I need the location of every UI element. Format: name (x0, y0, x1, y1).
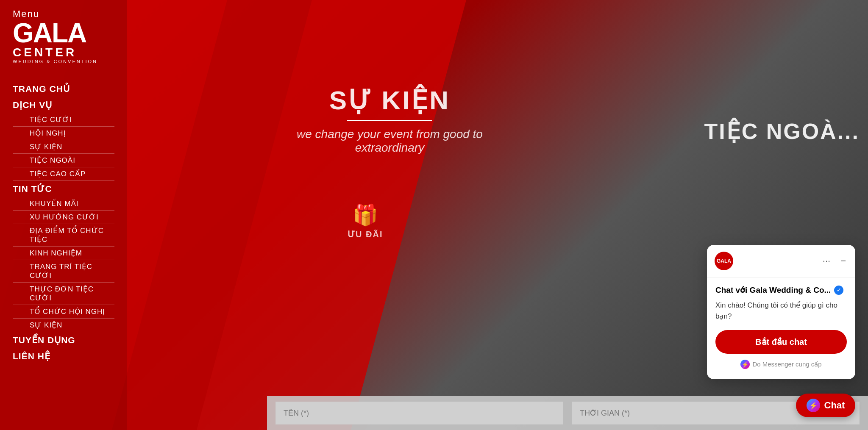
chat-more-button[interactable]: ··· (821, 254, 832, 268)
chat-popup-body: Chat với Gala Wedding & Co... ✓ Xin chào… (707, 277, 855, 379)
nav-item-thuc-don[interactable]: THỰC ĐƠN TIỆC CƯỚI (13, 283, 114, 305)
hero-content: SỰ KIỆN we change your event from good t… (297, 85, 483, 155)
chat-logo: GALA (715, 252, 733, 270)
nav-item-dich-vu[interactable]: DỊCH VỤ (13, 97, 114, 113)
logo: GALA CENTER WEDDING & CONVENTION (13, 19, 114, 64)
nav-item-tiec-cao-cap[interactable]: TIỆC CAO CẤP (13, 167, 114, 181)
hero-title: SỰ KIỆN (297, 85, 483, 116)
nav-item-kinh-nghiem[interactable]: KINH NGHIỆM (13, 247, 114, 260)
uu-dai-label: ƯU ĐÃI (348, 229, 383, 239)
chat-fab-button[interactable]: ⚡ Chat (796, 394, 855, 417)
hero-tagline: we change your event from good to extrao… (297, 128, 483, 155)
nav-item-khuyen-mai[interactable]: KHUYẾN MÃI (13, 197, 114, 211)
chat-popup-header: GALA ··· − (707, 245, 855, 277)
chat-greeting: Xin chào! Chúng tôi có thể giúp gì cho b… (715, 300, 847, 322)
chat-popup: GALA ··· − Chat với Gala Wedding & Co...… (707, 245, 855, 379)
gift-icon: 🎁 (348, 203, 383, 227)
nav-item-to-chuc-hoi-nghi[interactable]: TỔ CHỨC HỘI NGHỊ (13, 305, 114, 319)
nav-item-trang-tri[interactable]: TRANG TRÍ TIỆC CƯỚI (13, 260, 114, 283)
chat-header-actions: ··· − (821, 254, 848, 268)
chat-fab-label: Chat (824, 400, 845, 411)
messenger-credit: ⚡ Do Messenger cung cấp (715, 360, 847, 372)
logo-center-text: CENTER (13, 47, 114, 58)
nav-menu: TRANG CHỦ DỊCH VỤ TIỆC CƯỚI HỘI NGHỊ SỰ … (13, 81, 114, 364)
nav-item-hoi-nghi[interactable]: HỘI NGHỊ (13, 127, 114, 140)
left-menu-panel: Menu GALA CENTER WEDDING & CONVENTION TR… (0, 0, 127, 430)
nav-item-xu-huong-cuoi[interactable]: XU HƯỚNG CƯỚI (13, 211, 114, 224)
nav-item-tiec-ngoai[interactable]: TIỆC NGOÀI (13, 154, 114, 167)
nav-item-trang-chu[interactable]: TRANG CHỦ (13, 81, 114, 97)
ten-input[interactable] (275, 402, 563, 424)
chat-minimize-button[interactable]: − (839, 254, 848, 268)
nav-item-su-kien-2[interactable]: SỰ KIỆN (13, 319, 114, 332)
tagline-line2: extraordinary (355, 141, 424, 154)
hero-divider (347, 120, 432, 121)
start-chat-button[interactable]: Bắt đầu chat (715, 330, 847, 354)
tiec-ngoai-label: TIỆC NGOÀ... (704, 119, 860, 144)
tagline-line1: we change your event from good to (297, 128, 483, 141)
nav-item-lien-he[interactable]: LIÊN HỆ (13, 348, 114, 364)
nav-item-su-kien-1[interactable]: SỰ KIỆN (13, 140, 114, 154)
nav-item-dia-diem[interactable]: ĐỊA ĐIỂM TỔ CHỨC TIỆC (13, 224, 114, 247)
logo-area: Menu GALA CENTER WEDDING & CONVENTION (13, 8, 114, 64)
logo-gala-text: GALA (13, 19, 114, 47)
chat-widget: GALA ··· − Chat với Gala Wedding & Co...… (796, 394, 855, 417)
logo-subtitle: WEDDING & CONVENTION (13, 59, 114, 64)
nav-item-tiec-cuoi[interactable]: TIỆC CƯỚI (13, 113, 114, 127)
chat-title-row: Chat với Gala Wedding & Co... ✓ (715, 285, 847, 295)
nav-item-tin-tuc[interactable]: TIN TỨC (13, 181, 114, 197)
messenger-fab-icon: ⚡ (807, 399, 820, 412)
verified-badge: ✓ (834, 286, 843, 295)
nav-item-tuyen-dung[interactable]: TUYỂN DỤNG (13, 332, 114, 348)
chat-title: Chat với Gala Wedding & Co... (715, 285, 831, 295)
booking-form (267, 396, 868, 430)
messenger-icon: ⚡ (740, 360, 750, 369)
uu-dai-section: 🎁 ƯU ĐÃI (348, 203, 383, 239)
